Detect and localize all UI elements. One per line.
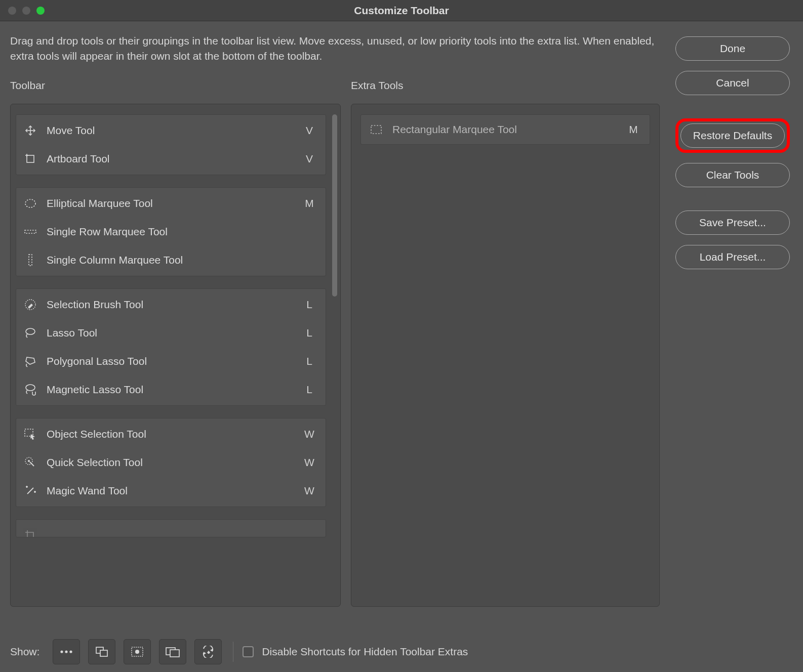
object-selection-icon: [22, 427, 38, 441]
titlebar: Customize Toolbar: [0, 0, 803, 21]
extra-tools-heading: Extra Tools: [351, 79, 660, 92]
tool-group[interactable]: [16, 519, 326, 537]
svg-point-23: [70, 650, 72, 653]
tool-name: Single Column Marquee Tool: [47, 254, 302, 266]
tool-group[interactable]: Object Selection ToolWQuick Selection To…: [16, 418, 326, 507]
window-minimize-button[interactable]: [22, 7, 30, 15]
tool-name: Elliptical Marquee Tool: [47, 197, 302, 209]
window-controls: [8, 7, 45, 15]
footer: Show: + Disable Shortcuts for Hidden Too…: [0, 632, 803, 672]
tool-group[interactable]: Elliptical Marquee ToolMSingle Row Marqu…: [16, 187, 326, 276]
svg-point-22: [65, 650, 68, 653]
tool-shortcut: W: [302, 456, 316, 469]
restore-defaults-button[interactable]: Restore Defaults: [680, 123, 785, 148]
toolbar-list-inner: Move ToolVArtboard ToolVElliptical Marqu…: [16, 114, 326, 550]
window-title: Customize Toolbar: [0, 5, 803, 17]
show-label: Show:: [10, 646, 39, 658]
footer-divider: [233, 642, 233, 662]
polygonal-lasso-icon: [22, 354, 38, 368]
tool-row[interactable]: Magic Wand ToolW: [16, 477, 326, 505]
tool-name: Artboard Tool: [47, 153, 302, 165]
grid-icon[interactable]: [124, 639, 151, 664]
sync-icon[interactable]: +: [194, 639, 222, 664]
tool-row[interactable]: Object Selection ToolW: [16, 420, 326, 448]
tool-row[interactable]: Move ToolV: [16, 116, 326, 145]
svg-rect-20: [371, 125, 381, 134]
svg-rect-7: [29, 255, 32, 266]
tool-shortcut: W: [302, 428, 316, 440]
crop-icon: [22, 528, 38, 537]
tool-row[interactable]: Magnetic Lasso ToolL: [16, 375, 326, 404]
tool-shortcut: V: [302, 124, 316, 137]
single-column-marquee-icon: [22, 253, 38, 267]
overlap-icon[interactable]: [88, 639, 115, 664]
toolbar-column: Toolbar Move ToolVArtboard ToolVElliptic…: [10, 79, 341, 607]
tool-shortcut: M: [302, 197, 316, 209]
svg-point-11: [26, 385, 35, 391]
toolbar-list-scroll[interactable]: Move ToolVArtboard ToolVElliptical Marqu…: [10, 104, 341, 607]
window-maximize-button[interactable]: [36, 7, 45, 15]
magnetic-lasso-icon: [22, 383, 38, 397]
tool-row[interactable]: Selection Brush ToolL: [16, 290, 326, 319]
tool-name: Magic Wand Tool: [47, 485, 302, 497]
artboard-icon: [22, 152, 38, 166]
tool-shortcut: V: [302, 153, 316, 165]
tool-shortcut: L: [302, 299, 316, 311]
tool-name: Rectangular Marquee Tool: [392, 123, 626, 136]
tool-group[interactable]: Selection Brush ToolLLasso ToolLPolygona…: [16, 288, 326, 406]
cancel-button[interactable]: Cancel: [675, 71, 790, 95]
save-preset-button[interactable]: Save Preset...: [675, 211, 790, 235]
tool-row[interactable]: [16, 521, 326, 537]
move-icon: [22, 123, 38, 138]
lasso-icon: [22, 326, 38, 340]
extra-tools-list-scroll[interactable]: Rectangular Marquee ToolM: [351, 104, 660, 607]
tool-row[interactable]: Lasso ToolL: [16, 319, 326, 347]
window-close-button[interactable]: [8, 7, 16, 15]
tool-row[interactable]: Single Column Marquee Tool: [16, 246, 326, 274]
tool-name: Single Row Marquee Tool: [47, 226, 302, 238]
tool-group[interactable]: Move ToolVArtboard ToolV: [16, 114, 326, 175]
tool-row[interactable]: Quick Selection ToolW: [16, 448, 326, 477]
tool-shortcut: L: [302, 355, 316, 367]
svg-marker-10: [26, 357, 35, 364]
tool-name: Quick Selection Tool: [47, 456, 302, 469]
svg-rect-2: [27, 155, 34, 162]
done-button[interactable]: Done: [675, 36, 790, 61]
three-dots-icon[interactable]: [53, 639, 80, 664]
svg-text:+: +: [208, 651, 210, 654]
restore-defaults-highlight: Restore Defaults: [675, 118, 790, 153]
tool-row[interactable]: Single Row Marquee Tool: [16, 218, 326, 246]
tool-shortcut: L: [302, 327, 316, 339]
tool-row[interactable]: Artboard ToolV: [16, 145, 326, 173]
elliptical-marquee-icon: [22, 196, 38, 211]
single-row-marquee-icon: [22, 225, 38, 239]
extra-tools-column: Extra Tools Rectangular Marquee ToolM: [351, 79, 660, 607]
scrollbar-thumb[interactable]: [332, 114, 337, 297]
rectangular-marquee-icon: [368, 122, 384, 137]
svg-rect-25: [100, 650, 107, 656]
tool-shortcut: L: [302, 384, 316, 396]
disable-shortcuts-checkbox[interactable]: [243, 646, 254, 657]
svg-rect-6: [25, 230, 36, 233]
svg-point-27: [135, 650, 139, 654]
clear-tools-button[interactable]: Clear Tools: [675, 163, 790, 187]
svg-point-9: [26, 328, 35, 334]
selection-brush-icon: [22, 298, 38, 312]
quick-selection-icon: [22, 455, 38, 470]
tool-shortcut: W: [302, 485, 316, 497]
svg-line-15: [27, 488, 33, 494]
disable-shortcuts-label[interactable]: Disable Shortcuts for Hidden Toolbar Ext…: [262, 646, 468, 658]
tool-row[interactable]: Elliptical Marquee ToolM: [16, 189, 326, 218]
tool-name: Polygonal Lasso Tool: [47, 355, 302, 367]
extra-tools-list-inner: Rectangular Marquee ToolM: [360, 114, 650, 145]
extra-tool-row[interactable]: Rectangular Marquee ToolM: [360, 114, 650, 145]
tool-name: Move Tool: [47, 124, 302, 137]
tool-row[interactable]: Polygonal Lasso ToolL: [16, 347, 326, 375]
tool-name: Selection Brush Tool: [47, 299, 302, 311]
load-preset-button[interactable]: Load Preset...: [675, 245, 790, 269]
tool-shortcut: M: [626, 123, 640, 136]
frame-icon[interactable]: [159, 639, 186, 664]
svg-marker-30: [210, 649, 213, 652]
magic-wand-icon: [22, 484, 38, 498]
tool-name: Lasso Tool: [47, 327, 302, 339]
